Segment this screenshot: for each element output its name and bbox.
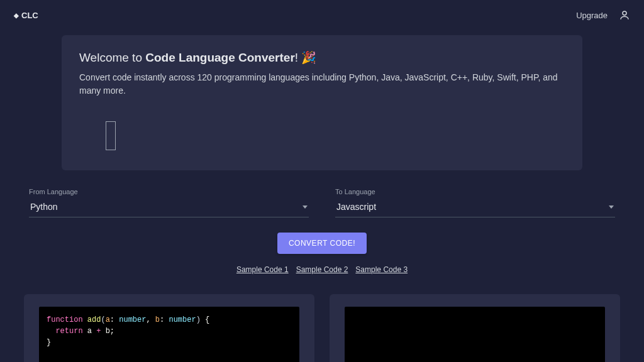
hero-placeholder xyxy=(106,121,116,150)
to-language-select[interactable]: Javascript xyxy=(335,198,615,217)
brand-icon: ◆ xyxy=(14,12,19,19)
code-token: ( xyxy=(101,315,105,324)
output-code-editor[interactable] xyxy=(345,307,605,362)
code-panels: function add(a: number, b: number) { ret… xyxy=(24,294,620,362)
code-token: add xyxy=(83,315,101,324)
hero-title-prefix: Welcome to xyxy=(79,51,145,64)
main-container: Welcome to Code Language Converter! 🎉 Co… xyxy=(0,30,644,362)
convert-row: CONVERT CODE! xyxy=(24,233,620,254)
hero-title-suffix: ! 🎉 xyxy=(295,51,317,64)
code-token: b xyxy=(106,327,110,336)
code-token: : xyxy=(110,315,119,324)
to-language-label: To Language xyxy=(335,188,615,195)
code-token xyxy=(47,327,55,336)
input-panel: function add(a: number, b: number) { ret… xyxy=(24,294,314,362)
from-language-group: From Language Python xyxy=(29,188,309,217)
convert-button[interactable]: CONVERT CODE! xyxy=(277,233,367,254)
code-token xyxy=(83,327,87,336)
to-language-value: Javascript xyxy=(336,202,376,212)
hero-subtitle: Convert code instantly across 120 progra… xyxy=(79,71,565,97)
code-token: return xyxy=(55,327,82,336)
code-token: } xyxy=(47,338,51,347)
input-code-editor[interactable]: function add(a: number, b: number) { ret… xyxy=(39,307,299,362)
code-token: { xyxy=(201,315,209,324)
hero-title: Welcome to Code Language Converter! 🎉 xyxy=(79,50,565,65)
sample-link-3[interactable]: Sample Code 3 xyxy=(355,265,408,274)
code-token: function xyxy=(47,315,83,324)
person-icon[interactable] xyxy=(619,9,630,21)
code-token: , xyxy=(146,315,155,324)
code-token: ) xyxy=(196,315,201,324)
hero-title-bold: Code Language Converter xyxy=(145,51,295,64)
code-token: b xyxy=(155,315,160,324)
brand-logo[interactable]: ◆ CLC xyxy=(9,8,43,23)
language-selectors: From Language Python To Language Javascr… xyxy=(24,188,620,217)
sample-link-2[interactable]: Sample Code 2 xyxy=(296,265,348,274)
from-language-value: Python xyxy=(30,202,58,212)
code-token: ; xyxy=(110,327,114,336)
output-panel xyxy=(330,294,620,362)
hero-card: Welcome to Code Language Converter! 🎉 Co… xyxy=(62,35,582,170)
code-token: a xyxy=(87,327,92,336)
chevron-down-icon xyxy=(609,206,614,209)
svg-point-0 xyxy=(623,11,626,15)
topbar-right: Upgrade xyxy=(576,9,635,21)
sample-link-1[interactable]: Sample Code 1 xyxy=(236,265,289,274)
from-language-select[interactable]: Python xyxy=(29,198,309,217)
code-token: + xyxy=(92,327,106,336)
code-token: number xyxy=(119,315,146,324)
from-language-label: From Language xyxy=(29,188,309,195)
sample-links: Sample Code 1 Sample Code 2 Sample Code … xyxy=(24,265,620,274)
code-token: a xyxy=(106,315,110,324)
topbar: ◆ CLC Upgrade xyxy=(0,0,644,30)
upgrade-link[interactable]: Upgrade xyxy=(576,11,608,20)
code-token: number xyxy=(169,315,196,324)
to-language-group: To Language Javascript xyxy=(335,188,615,217)
brand-text: CLC xyxy=(21,11,38,20)
chevron-down-icon xyxy=(303,206,308,209)
code-token: : xyxy=(160,315,169,324)
